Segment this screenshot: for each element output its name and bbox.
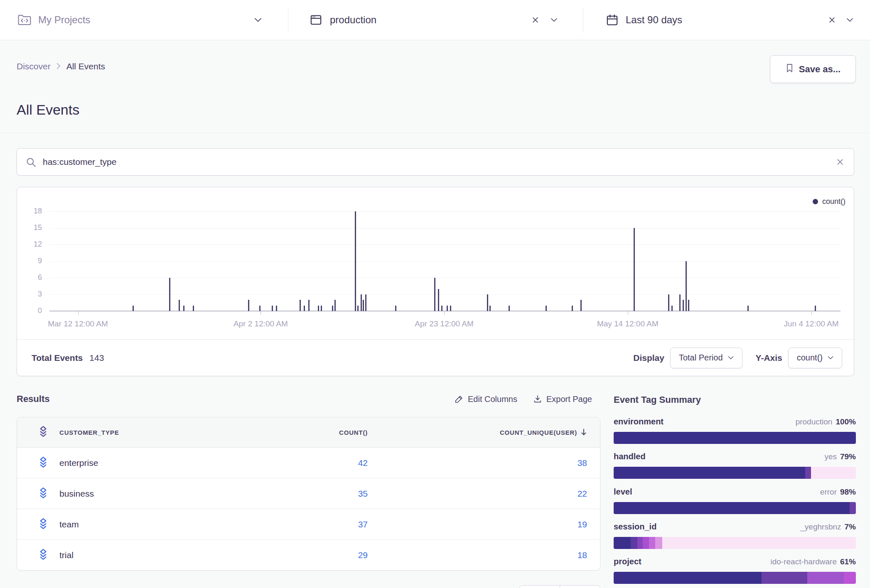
chart-bar[interactable] — [546, 306, 547, 311]
chart-bar[interactable] — [580, 300, 582, 311]
tag-bar-segment[interactable] — [844, 572, 856, 584]
chart-bar[interactable] — [193, 306, 194, 311]
tag-bar-segment[interactable] — [662, 537, 856, 549]
count-unique-cell-link[interactable]: 18 — [504, 550, 587, 560]
tag-bar-segment[interactable] — [649, 537, 655, 549]
chart-bar[interactable] — [395, 306, 396, 311]
chart-bar[interactable] — [434, 278, 435, 311]
date-filter-chevron-down-icon[interactable] — [846, 18, 853, 22]
chart-bar[interactable] — [686, 261, 687, 311]
chart-bar[interactable] — [183, 306, 184, 311]
tag-name: handled — [614, 452, 646, 461]
count-cell-link[interactable]: 29 — [285, 550, 368, 560]
x-axis-tick-mark — [78, 311, 79, 315]
search-clear-icon[interactable] — [836, 158, 844, 166]
chart-bar[interactable] — [688, 300, 689, 311]
chart-bar[interactable] — [276, 306, 277, 311]
tag-bar-segment[interactable] — [614, 572, 762, 584]
date-filter-close-icon[interactable] — [828, 17, 836, 24]
date-filter[interactable]: Last 90 days — [626, 14, 682, 26]
chart-bar[interactable] — [248, 300, 249, 311]
chart-bar[interactable] — [300, 300, 301, 311]
count-cell-link[interactable]: 37 — [285, 519, 368, 529]
chart-bar[interactable] — [355, 211, 356, 311]
chart-bar[interactable] — [815, 306, 816, 311]
search-input[interactable] — [42, 149, 829, 175]
chart-bar[interactable] — [487, 294, 488, 311]
y-axis-select[interactable]: count() — [788, 348, 842, 368]
tag-bar-segment[interactable] — [762, 572, 808, 584]
chart-bar[interactable] — [450, 306, 451, 311]
chart-bar[interactable] — [304, 306, 305, 311]
chart-bar[interactable] — [489, 306, 491, 311]
chart-bar[interactable] — [634, 228, 635, 311]
chart-bar[interactable] — [259, 306, 261, 311]
breadcrumb-discover-link[interactable]: Discover — [17, 61, 51, 71]
pagination-next-button[interactable] — [560, 586, 600, 588]
chart-bar[interactable] — [365, 294, 366, 311]
chart-bar[interactable] — [308, 300, 310, 311]
chart-bar[interactable] — [179, 300, 180, 311]
count-cell-link[interactable]: 42 — [285, 458, 368, 468]
column-header-count[interactable]: COUNT() — [285, 429, 368, 436]
tag-bar-segment[interactable] — [637, 537, 643, 549]
chart-bar[interactable] — [334, 300, 336, 311]
chart-bar[interactable] — [363, 300, 364, 311]
chart-bar[interactable] — [747, 306, 749, 311]
chart-bar[interactable] — [668, 294, 669, 311]
chart-bar[interactable] — [509, 306, 510, 311]
y-axis-tick-label: 6 — [17, 273, 42, 282]
column-header-customer-type[interactable]: CUSTOMER_TYPE — [59, 429, 119, 436]
tag-bar-segment[interactable] — [655, 537, 662, 549]
tag-distribution-bar[interactable] — [614, 432, 856, 444]
tag-bar-segment[interactable] — [643, 537, 649, 549]
display-select[interactable]: Total Period — [670, 348, 742, 368]
chart-bar[interactable] — [683, 300, 684, 311]
tag-bar-segment[interactable] — [807, 572, 843, 584]
count-unique-cell-link[interactable]: 19 — [504, 519, 587, 529]
edit-columns-button[interactable]: Edit Columns — [455, 394, 517, 404]
chevron-down-icon — [828, 356, 833, 360]
chart-bar[interactable] — [361, 294, 362, 311]
chart-bar[interactable] — [572, 306, 573, 311]
chart-bar[interactable] — [441, 306, 442, 311]
tag-bar-segment[interactable] — [614, 537, 631, 549]
project-filter[interactable]: My Projects — [38, 14, 90, 26]
tag-distribution-bar[interactable] — [614, 467, 856, 479]
count-cell-link[interactable]: 35 — [285, 489, 368, 499]
chart-bar[interactable] — [321, 306, 322, 311]
chart-bar[interactable] — [447, 306, 448, 311]
chart-plot-area[interactable]: 0369121518Mar 12 12:00 AMApr 2 12:00 AMA… — [17, 187, 854, 339]
chart-bar[interactable] — [133, 306, 134, 311]
tag-bar-segment[interactable] — [811, 467, 856, 479]
tag-distribution-bar[interactable] — [614, 502, 856, 514]
count-unique-label: COUNT_UNIQUE(USER) — [500, 429, 577, 436]
export-page-button[interactable]: Export Page — [533, 394, 592, 404]
chart-bar[interactable] — [671, 306, 673, 311]
tag-percent: 79% — [840, 452, 856, 461]
tag-bar-segment[interactable] — [614, 467, 805, 479]
pagination-previous-button[interactable] — [520, 586, 560, 588]
column-header-count-unique[interactable]: COUNT_UNIQUE(USER) — [474, 429, 587, 436]
environment-filter[interactable]: production — [330, 14, 376, 26]
count-unique-cell-link[interactable]: 38 — [504, 458, 587, 468]
tag-distribution-bar[interactable] — [614, 537, 856, 549]
tag-distribution-bar[interactable] — [614, 572, 856, 584]
chart-bar[interactable] — [272, 306, 273, 311]
tag-bar-segment[interactable] — [805, 467, 811, 479]
tag-bar-segment[interactable] — [614, 502, 850, 514]
environment-filter-close-icon[interactable] — [532, 17, 539, 24]
count-unique-cell-link[interactable]: 22 — [504, 489, 587, 499]
tag-bar-segment[interactable] — [850, 502, 856, 514]
tag-bar-segment[interactable] — [631, 537, 637, 549]
tag-bar-segment[interactable] — [614, 432, 856, 444]
chart-bar[interactable] — [169, 278, 170, 311]
chart-bar[interactable] — [318, 306, 319, 311]
chart-bar[interactable] — [679, 294, 681, 311]
chart-bar[interactable] — [438, 289, 439, 311]
chart-bar[interactable] — [332, 306, 333, 311]
save-as-button[interactable]: Save as... — [770, 55, 856, 83]
project-filter-chevron-down-icon[interactable] — [254, 18, 262, 22]
chart-bar[interactable] — [357, 306, 359, 311]
environment-filter-chevron-down-icon[interactable] — [551, 18, 558, 22]
